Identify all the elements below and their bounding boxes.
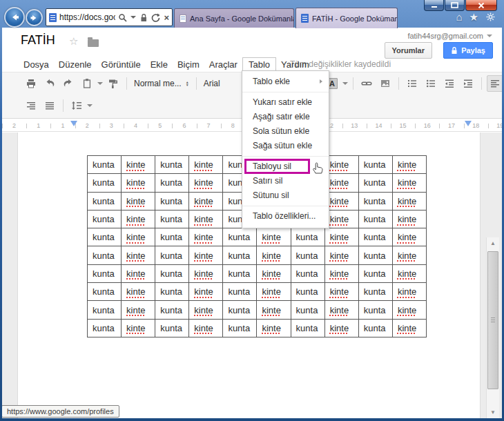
table-cell[interactable]: kinte	[257, 320, 291, 337]
table-cell[interactable]: kinte	[325, 246, 359, 264]
table-cell[interactable]: kinte	[122, 210, 155, 228]
print-button[interactable]	[23, 75, 39, 92]
scroll-up-icon[interactable]: ▲	[487, 237, 499, 249]
table-cell[interactable]: kunta	[291, 301, 325, 319]
table-cell[interactable]: kinte	[393, 228, 427, 246]
menubar-item-ara-lar[interactable]: Araçlar	[204, 58, 242, 71]
menu-item-tabloyu-sil[interactable]: Tabloyu sil	[242, 159, 329, 174]
table-cell[interactable]: kinte	[189, 156, 223, 174]
back-button[interactable]	[4, 7, 25, 28]
menubar-item-tablo[interactable]: Tablo	[242, 57, 276, 72]
vertical-scrollbar[interactable]: ▲ ▼	[486, 237, 499, 418]
table-cell[interactable]: kinte	[189, 265, 223, 283]
settings-gear-icon[interactable]	[485, 12, 496, 22]
table-cell[interactable]: kinte	[393, 210, 427, 228]
maximize-button[interactable]	[445, 0, 465, 11]
table-cell[interactable]: kunta	[359, 301, 393, 319]
menu-item-s-tunu-sil[interactable]: Sütunu sil	[242, 188, 329, 203]
table-cell[interactable]: kinte	[189, 246, 223, 264]
star-document-icon[interactable]: ☆	[69, 35, 78, 48]
table-cell[interactable]: kunta	[155, 193, 189, 210]
table-cell[interactable]: kinte	[122, 320, 155, 337]
scroll-down-icon[interactable]: ▼	[487, 407, 499, 418]
bulleted-list-button[interactable]	[423, 75, 439, 92]
document-title[interactable]: FATİH	[21, 33, 55, 48]
table-cell[interactable]: kunta	[88, 301, 122, 319]
table-cell[interactable]: kinte	[189, 210, 223, 228]
scrollbar-thumb[interactable]	[487, 251, 498, 389]
table-cell[interactable]: kunta	[155, 228, 189, 246]
home-icon[interactable]: ⌂	[456, 12, 462, 22]
table-cell[interactable]: kunta	[291, 265, 325, 283]
table-cell[interactable]: kunta	[88, 246, 122, 264]
left-indent-marker[interactable]	[70, 121, 77, 126]
table-cell[interactable]: kinte	[189, 174, 223, 192]
table-cell[interactable]: kinte	[393, 301, 427, 319]
table-cell[interactable]: kinte	[122, 193, 155, 210]
menu-item-tablo-zellikleri[interactable]: Tablo özellikleri...	[242, 209, 329, 224]
menu-item-sat-r-sil[interactable]: Satırı sil	[242, 174, 329, 188]
table-cell[interactable]: kunta	[223, 301, 257, 319]
menu-item-a-a-sat-r-ekle[interactable]: Aşağı satır ekle	[242, 110, 329, 124]
table-cell[interactable]: kinte	[257, 246, 291, 264]
table-cell[interactable]: kinte	[122, 246, 155, 264]
table-cell[interactable]: kunta	[223, 246, 257, 264]
table-cell[interactable]: kunta	[359, 193, 393, 210]
table-cell[interactable]: kinte	[393, 265, 427, 283]
menubar-item-bi-im[interactable]: Biçim	[173, 58, 204, 71]
table-cell[interactable]: kunta	[359, 228, 393, 246]
favorites-star-icon[interactable]: ★	[469, 12, 478, 22]
table-cell[interactable]: kunta	[88, 210, 122, 228]
table-cell[interactable]: kunta	[359, 283, 393, 301]
table-cell[interactable]: kinte	[189, 283, 223, 301]
table-cell[interactable]: kinte	[393, 283, 427, 301]
menu-item-sa-a-s-tun-ekle[interactable]: Sağa sütun ekle	[242, 139, 329, 153]
menubar-item-yard-m[interactable]: Yardım	[276, 58, 314, 71]
url-text[interactable]: https://docs.goo...	[59, 12, 115, 22]
table-cell[interactable]: kinte	[393, 246, 427, 264]
menubar-item-ekle[interactable]: Ekle	[146, 58, 173, 71]
paste-dropdown-icon[interactable]	[97, 82, 103, 85]
paint-format-button[interactable]	[105, 75, 122, 92]
table-cell[interactable]: kunta	[223, 283, 257, 301]
table-cell[interactable]: kunta	[223, 265, 257, 283]
table-cell[interactable]: kinte	[393, 156, 427, 174]
search-dropdown-icon[interactable]	[130, 16, 136, 19]
table-cell[interactable]: kinte	[189, 301, 223, 319]
table-cell[interactable]: kunta	[88, 156, 122, 174]
insert-link-button[interactable]	[358, 75, 375, 92]
table-cell[interactable]: kinte	[393, 320, 427, 337]
menubar-item-dosya[interactable]: Dosya	[19, 58, 54, 71]
table-cell[interactable]: kinte	[257, 265, 291, 283]
insert-image-button[interactable]	[377, 75, 394, 92]
search-icon[interactable]	[118, 13, 127, 22]
highlight-dropdown-icon[interactable]	[342, 82, 348, 85]
table-cell[interactable]: kinte	[257, 228, 291, 246]
decrease-indent-button[interactable]	[441, 75, 458, 92]
stop-icon[interactable]: ×	[164, 13, 169, 22]
table-cell[interactable]: kunta	[155, 246, 189, 264]
table-cell[interactable]: kunta	[155, 210, 189, 228]
address-bar[interactable]: https://docs.goo... ×	[46, 8, 173, 26]
folder-icon[interactable]	[88, 39, 99, 47]
table-cell[interactable]: kunta	[155, 301, 189, 319]
table-cell[interactable]: kinte	[122, 265, 155, 283]
table-cell[interactable]: kunta	[359, 265, 393, 283]
undo-button[interactable]	[41, 75, 58, 92]
table-cell[interactable]: kinte	[189, 193, 223, 210]
table-cell[interactable]: kinte	[189, 320, 223, 337]
table-cell[interactable]: kunta	[223, 228, 257, 246]
menubar-item-d-zenle[interactable]: Düzenle	[54, 58, 97, 71]
forward-button[interactable]	[26, 9, 43, 26]
table-cell[interactable]: kinte	[325, 283, 359, 301]
table-cell[interactable]: kunta	[88, 283, 122, 301]
account-menu[interactable]: fatih44srg@gmail.com	[407, 32, 492, 40]
table-cell[interactable]: kinte	[122, 174, 155, 192]
table-cell[interactable]: kunta	[88, 265, 122, 283]
justify-button[interactable]	[41, 97, 58, 114]
menubar-item-g-r-nt-le[interactable]: Görüntüle	[97, 58, 146, 71]
table-cell[interactable]: kinte	[393, 193, 427, 210]
table-cell[interactable]: kunta	[88, 174, 122, 192]
align-left-button[interactable]	[487, 75, 502, 92]
menu-item-tablo-ekle[interactable]: Tablo ekle	[242, 75, 329, 89]
